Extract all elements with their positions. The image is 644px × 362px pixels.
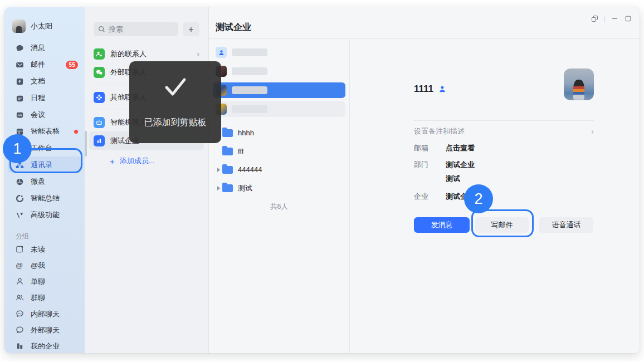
- sidebar-item-unread[interactable]: 未读: [4, 241, 85, 257]
- summary-icon: [16, 194, 24, 203]
- user-avatar[interactable]: [12, 19, 26, 33]
- people-icon: [16, 293, 24, 302]
- sidebar-item-label: 会议: [31, 110, 45, 120]
- mail-icon: [16, 61, 24, 69]
- annotation-step-2: 2: [464, 184, 493, 213]
- folder-name: fff: [238, 147, 243, 155]
- sidebar-item-calendar[interactable]: 日程: [4, 90, 85, 106]
- screenshot-stage: 小太阳 消息 邮件 55 文档 日程 会议: [0, 0, 644, 362]
- docs-icon: [16, 77, 24, 86]
- scrollbar-thumb[interactable]: [85, 131, 87, 156]
- sidebar-item-external-chat[interactable]: 外部聊天: [4, 322, 85, 338]
- folder-row-fff[interactable]: fff: [209, 142, 349, 160]
- sidebar-item-at-me[interactable]: @ @我: [4, 257, 85, 273]
- checkmark-icon: [162, 75, 189, 99]
- member-row-selected[interactable]: [213, 82, 345, 98]
- minimize-icon[interactable]: [611, 15, 618, 22]
- sidebar-item-label: 智能表格: [31, 126, 60, 136]
- masked-name: [232, 67, 267, 75]
- enterprise-icon: [16, 342, 24, 350]
- add-member-button[interactable]: + 添加成员...: [85, 154, 208, 168]
- calendar-icon: [16, 94, 24, 102]
- contact-avatar[interactable]: [564, 69, 594, 100]
- sidebar-item-label: 消息: [31, 43, 45, 53]
- user-name: 小太阳: [31, 21, 52, 31]
- main-area: 测试企业: [209, 7, 640, 353]
- plus-icon: +: [110, 157, 115, 165]
- maximize-icon[interactable]: [625, 15, 632, 22]
- folder-name: 测试: [238, 183, 252, 193]
- advanced-icon: [16, 211, 24, 219]
- member-row[interactable]: [213, 45, 345, 60]
- sidebar-item-advanced[interactable]: 高级功能: [4, 207, 85, 223]
- folder-icon: [222, 129, 233, 137]
- user-profile[interactable]: 小太阳: [4, 19, 85, 33]
- robot-icon: [94, 117, 105, 128]
- sidebar-item-messages[interactable]: 消息: [4, 40, 85, 56]
- sidebar-item-my-enterprise[interactable]: 我的企业: [4, 338, 85, 353]
- sidebar-item-label: 内部聊天: [31, 309, 60, 319]
- sidebar-item-label: 高级功能: [31, 210, 60, 220]
- member-count: 共6人: [209, 202, 349, 212]
- chat-dots-icon: [16, 310, 24, 318]
- main-body: hhhh fff 444444 测试: [209, 39, 640, 353]
- sidebar-item-smart-summary[interactable]: 智能总结: [4, 190, 85, 207]
- masked-name: [232, 86, 267, 94]
- folder-row-444444[interactable]: 444444: [209, 160, 349, 179]
- send-message-button[interactable]: 发消息: [414, 217, 470, 233]
- field-email: 邮箱 点击查看: [414, 144, 594, 153]
- contacts-item-new-contacts[interactable]: 新的联系人 ›: [89, 45, 204, 63]
- sidebar-item-label: 我的企业: [31, 341, 60, 351]
- chat-icon: [16, 44, 24, 52]
- drive-icon: [16, 178, 24, 186]
- field-label: 企业: [414, 192, 446, 201]
- divider: [414, 120, 594, 121]
- set-note-link[interactable]: 设置备注和描述 ›: [414, 127, 594, 136]
- field-label: 部门: [414, 160, 446, 183]
- expand-caret-icon[interactable]: [216, 186, 221, 190]
- chevron-right-icon: ›: [197, 50, 199, 58]
- annotation-step-1: 1: [3, 134, 32, 163]
- contact-detail-panel: 1111 设置备注和描述 › 邮箱 点击查看 部门: [350, 39, 640, 353]
- sidebar-item-internal-chat[interactable]: 内部聊天: [4, 306, 85, 322]
- folder-row-hhhh[interactable]: hhhh: [209, 124, 349, 142]
- email-reveal-link[interactable]: 点击查看: [446, 144, 475, 152]
- groups-section-label: 分组: [4, 231, 85, 241]
- chat-out-icon: [16, 326, 24, 334]
- sidebar-item-label: 未读: [31, 244, 45, 255]
- mini-window-icon[interactable]: [591, 15, 598, 22]
- expand-caret-icon[interactable]: [216, 168, 221, 172]
- folder-name: hhhh: [238, 129, 254, 137]
- window-controls: [591, 15, 632, 22]
- at-icon: @: [16, 261, 24, 270]
- unread-count-badge: 55: [66, 61, 78, 69]
- sidebar-item-group-chat[interactable]: 群聊: [4, 290, 85, 306]
- voice-call-button[interactable]: 语音通话: [539, 217, 593, 233]
- profile-person-icon[interactable]: [438, 85, 446, 93]
- search-input[interactable]: 搜索: [94, 22, 178, 36]
- add-member-label: 添加成员...: [120, 156, 155, 166]
- sidebar-item-drive[interactable]: 微盘: [4, 173, 85, 190]
- sidebar-item-meetings[interactable]: 会议: [4, 106, 85, 123]
- sidebar-item-label: 群聊: [31, 293, 45, 303]
- folder-row-test[interactable]: 测试: [209, 179, 349, 197]
- add-contact-button[interactable]: +: [183, 22, 199, 36]
- department-value: 测试: [446, 174, 475, 183]
- unread-icon: [16, 245, 24, 253]
- folder-name: 444444: [238, 165, 262, 174]
- folder-icon: [222, 166, 233, 174]
- sidebar-item-docs[interactable]: 文档: [4, 73, 85, 90]
- app-window: 小太阳 消息 邮件 55 文档 日程 会议: [4, 7, 640, 353]
- member-row[interactable]: [213, 101, 345, 117]
- member-row[interactable]: [213, 63, 345, 79]
- test-enterprise-icon: [94, 135, 105, 146]
- contacts-item-label: 新的联系人: [110, 49, 147, 59]
- sidebar-item-single-chat[interactable]: 单聊: [4, 273, 85, 290]
- folder-icon: [222, 148, 233, 155]
- annotation-box-write-email: [471, 209, 534, 237]
- folder-icon: [222, 184, 233, 192]
- field-label: 邮箱: [414, 144, 446, 153]
- sidebar-item-mail[interactable]: 邮件 55: [4, 56, 85, 73]
- person-icon: [16, 277, 24, 286]
- other-contact-icon: [94, 92, 105, 103]
